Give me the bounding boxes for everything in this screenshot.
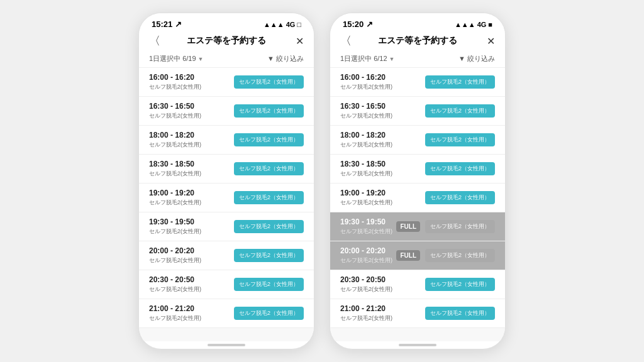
slot-book-button[interactable]: セルフ脱毛2（女性用）	[234, 162, 304, 175]
nav-back-button[interactable]: 〈	[149, 33, 160, 48]
slot-book-button[interactable]: セルフ脱毛2（女性用）	[425, 307, 495, 320]
nav-close-button[interactable]: ✕	[296, 35, 304, 47]
slot-time: 16:00 - 16:20	[340, 73, 392, 82]
slot-full-right: FULLセルフ脱毛2（女性用）	[396, 220, 495, 233]
slot-left: 19:30 - 19:50セルフ脱毛2(女性用)	[149, 217, 201, 236]
slot-time: 20:00 - 20:20	[340, 246, 392, 255]
date-filter-bar: 1日選択中 6/12 ▼ ▼ 絞り込み	[330, 52, 505, 68]
slot-item: 16:30 - 16:50セルフ脱毛2(女性用)セルフ脱毛2（女性用）	[139, 97, 314, 126]
slot-item: 16:30 - 16:50セルフ脱毛2(女性用)セルフ脱毛2（女性用）	[330, 97, 505, 126]
app-container: 15:21 ↗ ▲▲▲ 4G □ 〈 エステ等を予約する ✕ 1日選択中 6/1…	[126, 0, 518, 362]
dropdown-arrow-icon: ▼	[389, 56, 395, 62]
date-selector[interactable]: 1日選択中 6/19 ▼	[149, 54, 204, 63]
slot-time: 20:30 - 20:50	[149, 275, 201, 284]
slot-book-button[interactable]: セルフ脱毛2（女性用）	[234, 104, 304, 118]
slot-item: 19:00 - 19:20セルフ脱毛2(女性用)セルフ脱毛2（女性用）	[330, 184, 505, 212]
slots-list: 16:00 - 16:20セルフ脱毛2(女性用)セルフ脱毛2（女性用）16:30…	[330, 68, 505, 341]
slot-book-button[interactable]: セルフ脱毛2（女性用）	[234, 75, 304, 89]
nav-close-button[interactable]: ✕	[487, 35, 495, 47]
slot-book-button[interactable]: セルフ脱毛2（女性用）	[234, 307, 304, 320]
slots-list: 16:00 - 16:20セルフ脱毛2(女性用)セルフ脱毛2（女性用）16:30…	[139, 68, 314, 341]
slot-tag: セルフ脱毛2(女性用)	[340, 285, 392, 293]
slot-book-button[interactable]: セルフ脱毛2（女性用）	[425, 249, 495, 262]
slot-time: 18:30 - 18:50	[149, 160, 201, 168]
slot-book-button[interactable]: セルフ脱毛2（女性用）	[425, 75, 495, 89]
status-time: 15:20 ↗	[343, 19, 373, 29]
slot-tag: セルフ脱毛2(女性用)	[149, 112, 201, 120]
slot-item: 19:00 - 19:20セルフ脱毛2(女性用)セルフ脱毛2（女性用）	[139, 184, 314, 212]
slot-time: 18:00 - 18:20	[340, 131, 392, 140]
slot-time: 19:00 - 19:20	[340, 189, 392, 197]
slot-left: 16:00 - 16:20セルフ脱毛2(女性用)	[340, 73, 392, 91]
status-bar: 15:20 ↗ ▲▲▲ 4G ■	[330, 13, 505, 33]
slot-book-button[interactable]: セルフ脱毛2（女性用）	[234, 278, 304, 291]
slot-time: 19:30 - 19:50	[340, 217, 392, 226]
nav-title: エステ等を予約する	[378, 35, 457, 47]
slot-item: 21:00 - 21:20セルフ脱毛2(女性用)セルフ脱毛2（女性用）	[330, 299, 505, 328]
battery-icon: ■	[488, 21, 492, 28]
nav-back-button[interactable]: 〈	[340, 33, 352, 48]
slot-time: 19:30 - 19:50	[149, 217, 201, 226]
date-filter-bar: 1日選択中 6/19 ▼ ▼ 絞り込み	[139, 52, 314, 68]
slot-tag: セルフ脱毛2(女性用)	[149, 83, 201, 91]
slot-item: 16:00 - 16:20セルフ脱毛2(女性用)セルフ脱毛2（女性用）	[139, 68, 314, 97]
slot-tag: セルフ脱毛2(女性用)	[149, 170, 201, 178]
slot-item: 16:00 - 16:20セルフ脱毛2(女性用)セルフ脱毛2（女性用）	[330, 68, 505, 97]
slot-item: 19:30 - 19:50セルフ脱毛2(女性用)FULLセルフ脱毛2（女性用）	[330, 212, 505, 241]
slot-book-button[interactable]: セルフ脱毛2（女性用）	[425, 278, 495, 291]
signal-icon: ▲▲▲	[455, 21, 475, 28]
slot-book-button[interactable]: セルフ脱毛2（女性用）	[425, 104, 495, 118]
slot-left: 20:30 - 20:50セルフ脱毛2(女性用)	[149, 275, 201, 293]
status-icons: ▲▲▲ 4G □	[264, 21, 301, 28]
full-badge: FULL	[396, 221, 420, 232]
status-icons: ▲▲▲ 4G ■	[455, 21, 492, 28]
slot-item: 21:00 - 21:20セルフ脱毛2(女性用)セルフ脱毛2（女性用）	[139, 299, 314, 328]
slot-left: 21:00 - 21:20セルフ脱毛2(女性用)	[149, 304, 201, 322]
slot-book-button[interactable]: セルフ脱毛2（女性用）	[234, 220, 304, 233]
signal-icon: ▲▲▲	[264, 21, 284, 28]
slot-left: 16:30 - 16:50セルフ脱毛2(女性用)	[340, 102, 392, 120]
slot-item: 20:00 - 20:20セルフ脱毛2(女性用)セルフ脱毛2（女性用）	[139, 241, 314, 270]
network-label: 4G	[286, 21, 296, 28]
slot-left: 21:00 - 21:20セルフ脱毛2(女性用)	[340, 304, 392, 322]
slot-item: 20:30 - 20:50セルフ脱毛2(女性用)セルフ脱毛2（女性用）	[139, 270, 314, 299]
slot-item: 18:30 - 18:50セルフ脱毛2(女性用)セルフ脱毛2（女性用）	[330, 155, 505, 184]
slot-left: 20:00 - 20:20セルフ脱毛2(女性用)	[340, 246, 392, 265]
slot-book-button[interactable]: セルフ脱毛2（女性用）	[234, 249, 304, 262]
slot-tag: セルフ脱毛2(女性用)	[340, 228, 392, 236]
nav-title: エステ等を予約する	[187, 35, 266, 47]
full-badge: FULL	[396, 250, 420, 261]
slot-time: 20:00 - 20:20	[149, 246, 201, 255]
slot-left: 19:00 - 19:20セルフ脱毛2(女性用)	[340, 189, 392, 207]
slot-tag: セルフ脱毛2(女性用)	[340, 170, 392, 178]
slot-time: 18:00 - 18:20	[149, 131, 201, 140]
slot-left: 16:30 - 16:50セルフ脱毛2(女性用)	[149, 102, 201, 120]
phone-1: 15:21 ↗ ▲▲▲ 4G □ 〈 エステ等を予約する ✕ 1日選択中 6/1…	[138, 13, 314, 349]
status-time: 15:21 ↗	[152, 19, 182, 29]
date-selector[interactable]: 1日選択中 6/12 ▼	[340, 54, 395, 63]
slot-tag: セルフ脱毛2(女性用)	[340, 199, 392, 207]
slot-tag: セルフ脱毛2(女性用)	[149, 199, 201, 207]
slot-time: 20:30 - 20:50	[340, 275, 392, 284]
slot-time: 21:00 - 21:20	[149, 304, 201, 313]
battery-icon: □	[297, 21, 301, 28]
scroll-indicator	[399, 344, 436, 346]
slot-left: 19:00 - 19:20セルフ脱毛2(女性用)	[149, 189, 201, 207]
slot-book-button[interactable]: セルフ脱毛2（女性用）	[425, 133, 495, 146]
slot-time: 16:30 - 16:50	[340, 102, 392, 111]
slot-time: 18:30 - 18:50	[340, 160, 392, 168]
slot-tag: セルフ脱毛2(女性用)	[149, 141, 201, 149]
slot-book-button[interactable]: セルフ脱毛2（女性用）	[234, 191, 304, 204]
slot-book-button[interactable]: セルフ脱毛2（女性用）	[234, 133, 304, 146]
slot-book-button[interactable]: セルフ脱毛2（女性用）	[425, 220, 495, 233]
slot-tag: セルフ脱毛2(女性用)	[340, 141, 392, 149]
filter-button[interactable]: ▼ 絞り込み	[458, 54, 495, 63]
network-label: 4G	[477, 21, 487, 28]
slot-book-button[interactable]: セルフ脱毛2（女性用）	[425, 162, 495, 175]
slot-left: 19:30 - 19:50セルフ脱毛2(女性用)	[340, 217, 392, 236]
slot-time: 19:00 - 19:20	[149, 189, 201, 197]
filter-button[interactable]: ▼ 絞り込み	[267, 54, 304, 63]
slot-left: 20:30 - 20:50セルフ脱毛2(女性用)	[340, 275, 392, 293]
slot-book-button[interactable]: セルフ脱毛2（女性用）	[425, 191, 495, 204]
slot-item: 18:00 - 18:20セルフ脱毛2(女性用)セルフ脱毛2（女性用）	[330, 126, 505, 155]
